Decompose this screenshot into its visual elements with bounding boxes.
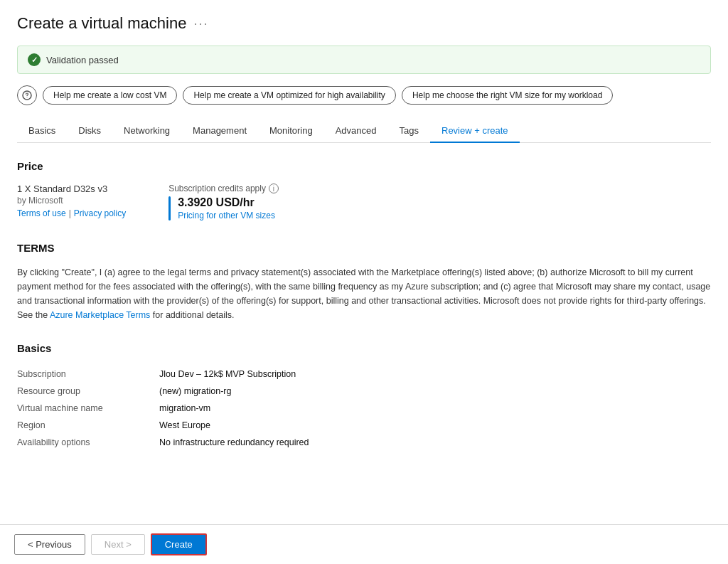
- price-amount-row: 3.3920 USD/hr Pricing for other VM sizes: [168, 196, 279, 220]
- subscription-value: Jlou Dev – 12k$ MVP Subscription: [159, 366, 711, 383]
- resource-group-label: Resource group: [17, 383, 159, 400]
- price-section-title: Price: [17, 160, 711, 172]
- validation-passed-icon: [28, 53, 41, 66]
- terms-section-title: TERMS: [17, 242, 711, 254]
- tab-review-create[interactable]: Review + create: [430, 119, 520, 143]
- help-buttons-row: Help me create a low cost VM Help me cre…: [17, 85, 711, 105]
- tab-advanced[interactable]: Advanced: [324, 119, 388, 143]
- tab-networking[interactable]: Networking: [112, 119, 181, 143]
- price-right: Subscription credits apply i 3.3920 USD/…: [168, 183, 279, 220]
- tab-disks[interactable]: Disks: [67, 119, 112, 143]
- tab-management[interactable]: Management: [181, 119, 258, 143]
- terms-body: By clicking "Create", I (a) agree to the…: [17, 265, 711, 322]
- price-amount: 3.3920 USD/hr: [178, 196, 255, 208]
- link-separator: |: [69, 208, 71, 218]
- help-low-cost-button[interactable]: Help me create a low cost VM: [43, 86, 177, 105]
- price-left: 1 X Standard D32s v3 by Microsoft Terms …: [17, 183, 126, 218]
- price-bar-accent: [168, 196, 171, 220]
- help-circle-icon[interactable]: [17, 85, 37, 105]
- privacy-policy-link[interactable]: Privacy policy: [74, 208, 126, 218]
- footer-bar: < Previous Next > Create: [0, 524, 728, 564]
- subscription-info-icon[interactable]: i: [269, 183, 279, 193]
- tab-monitoring[interactable]: Monitoring: [258, 119, 324, 143]
- tabs-row: Basics Disks Networking Management Monit…: [17, 119, 711, 143]
- terms-of-use-link[interactable]: Terms of use: [17, 208, 66, 218]
- svg-point-1: [27, 97, 28, 97]
- price-section: Price 1 X Standard D32s v3 by Microsoft …: [17, 160, 711, 220]
- vm-by: by Microsoft: [17, 196, 126, 206]
- page-title-dots: ···: [193, 16, 208, 31]
- subscription-label: Subscription credits apply i: [168, 183, 279, 193]
- region-label: Region: [17, 417, 159, 434]
- availability-options-label: Availability options: [17, 434, 159, 451]
- page-title: Create a virtual machine: [17, 14, 186, 33]
- next-button[interactable]: Next >: [91, 534, 145, 555]
- vm-name: 1 X Standard D32s v3: [17, 183, 126, 194]
- basics-section: Basics Subscription Jlou Dev – 12k$ MVP …: [17, 342, 711, 451]
- availability-options-value: No infrastructure redundancy required: [159, 434, 711, 451]
- vm-name-label: Virtual machine name: [17, 400, 159, 417]
- resource-group-value: (new) migration-rg: [159, 383, 711, 400]
- help-high-avail-button[interactable]: Help me create a VM optimized for high a…: [183, 86, 395, 105]
- price-links: Terms of use | Privacy policy: [17, 208, 126, 218]
- create-button[interactable]: Create: [151, 533, 207, 555]
- subscription-label-field: Subscription: [17, 366, 159, 383]
- tab-tags[interactable]: Tags: [388, 119, 430, 143]
- vm-name-value: migration-vm: [159, 400, 711, 417]
- validation-text: Validation passed: [46, 55, 119, 65]
- terms-section: TERMS By clicking "Create", I (a) agree …: [17, 242, 711, 322]
- region-value: West Europe: [159, 417, 711, 434]
- validation-banner: Validation passed: [17, 46, 711, 74]
- azure-marketplace-terms-link[interactable]: Azure Marketplace Terms: [50, 310, 151, 320]
- price-details: 3.3920 USD/hr Pricing for other VM sizes: [178, 196, 275, 220]
- pricing-other-sizes-link[interactable]: Pricing for other VM sizes: [178, 211, 275, 220]
- basics-grid: Subscription Jlou Dev – 12k$ MVP Subscri…: [17, 366, 711, 451]
- help-right-size-button[interactable]: Help me choose the right VM size for my …: [402, 86, 613, 105]
- previous-button[interactable]: < Previous: [14, 534, 85, 555]
- tab-basics[interactable]: Basics: [17, 119, 67, 143]
- basics-section-title: Basics: [17, 342, 711, 354]
